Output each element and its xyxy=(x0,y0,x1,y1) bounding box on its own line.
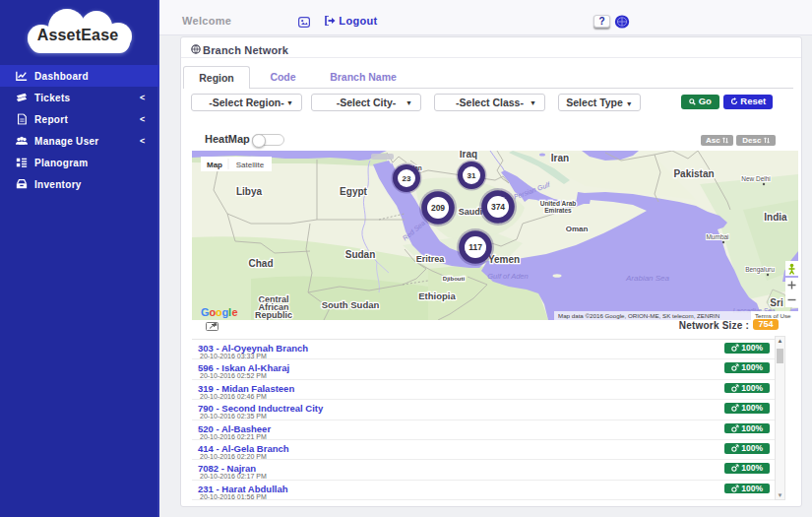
svg-text:South Sudan: South Sudan xyxy=(322,299,380,310)
svg-text:Bengaluru: Bengaluru xyxy=(745,266,775,274)
svg-text:Iraq: Iraq xyxy=(460,151,477,160)
svg-text:Gulf of Aden: Gulf of Aden xyxy=(487,272,528,281)
svg-text:Eritrea: Eritrea xyxy=(416,254,446,264)
svg-text:Satellite: Satellite xyxy=(236,161,265,169)
svg-text:Pakistan: Pakistan xyxy=(673,168,714,179)
svg-text:Chad: Chad xyxy=(249,258,274,269)
svg-text:Yemen: Yemen xyxy=(488,254,520,265)
svg-text:Saudi: Saudi xyxy=(459,207,483,217)
svg-text:23: 23 xyxy=(403,174,411,183)
svg-text:374: 374 xyxy=(491,202,505,212)
svg-text:Libya: Libya xyxy=(236,186,263,197)
svg-text:Arabian Sea: Arabian Sea xyxy=(625,274,670,283)
svg-text:Emirates: Emirates xyxy=(544,207,572,214)
svg-text:209: 209 xyxy=(431,203,445,213)
svg-text:Sudan: Sudan xyxy=(345,249,376,260)
svg-text:New Delhi: New Delhi xyxy=(741,175,771,182)
svg-text:Oman: Oman xyxy=(566,225,589,233)
svg-text:Mumbai: Mumbai xyxy=(706,233,728,240)
svg-text:India: India xyxy=(764,212,787,223)
svg-text:Djibouti: Djibouti xyxy=(443,276,466,282)
svg-text:Map data ©2016 Google, ORION-M: Map data ©2016 Google, ORION-ME, SK tele… xyxy=(558,312,719,319)
svg-text:Iran: Iran xyxy=(551,153,569,163)
svg-text:United Arab: United Arab xyxy=(540,200,577,207)
svg-text:Terms of Use: Terms of Use xyxy=(755,312,791,319)
svg-text:Ethiopia: Ethiopia xyxy=(418,291,456,301)
svg-text:Egypt: Egypt xyxy=(340,186,367,197)
svg-text:Republic: Republic xyxy=(255,310,292,320)
svg-text:e: e xyxy=(232,306,238,318)
svg-text:31: 31 xyxy=(468,171,476,180)
svg-text:117: 117 xyxy=(468,242,482,252)
svg-text:Map: Map xyxy=(207,161,222,169)
svg-text:G: G xyxy=(201,306,210,318)
